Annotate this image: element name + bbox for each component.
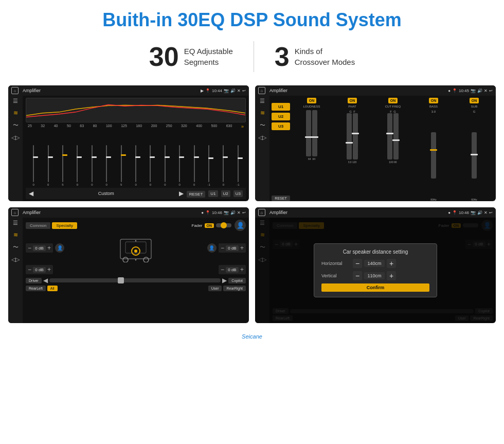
rear-right-btn[interactable]: RearRight	[223, 286, 246, 291]
minus-3[interactable]: −	[28, 266, 31, 273]
rear-left-btn[interactable]: RearLeft	[26, 286, 46, 291]
right-arrow-icon[interactable]: ▶	[222, 277, 227, 284]
eq-slider-3[interactable]: 5	[56, 145, 69, 186]
eq-slider-5[interactable]: 0	[85, 145, 99, 186]
volume-icon-3: 🔊	[230, 210, 236, 215]
col-cutfreq: ON CUT FREQ F G 100 90	[373, 98, 412, 201]
plus-3[interactable]: +	[47, 266, 51, 273]
minus-4[interactable]: −	[221, 266, 224, 273]
home-icon-4[interactable]: ⌂	[258, 209, 265, 216]
side-eq-icon-3[interactable]: ≋	[13, 232, 18, 238]
eq-slider-8[interactable]: 0	[129, 145, 142, 186]
prev-button[interactable]: ◀	[29, 190, 33, 197]
fader-track[interactable]	[216, 223, 231, 227]
camera-icon: 📷	[224, 88, 229, 93]
screen1-status-bar: ⌂ Amplifier ▶ 📍 10:44 📷 🔊 ✕ ↩	[8, 85, 249, 96]
copilot-btn[interactable]: Copilot	[228, 278, 246, 283]
vertical-minus[interactable]: −	[353, 271, 362, 280]
side-vol-icon-3[interactable]: ◁▷	[11, 256, 20, 263]
vertical-row: Vertical − 110cm +	[321, 271, 429, 280]
u3-btn[interactable]: U3	[272, 122, 290, 130]
person-icon[interactable]: 👤	[235, 220, 246, 231]
slider-bar[interactable]	[49, 278, 221, 282]
screen2-reset[interactable]: RESET	[272, 196, 290, 201]
eq-slider-7[interactable]: 5	[114, 145, 128, 186]
plus-2[interactable]: +	[240, 244, 244, 252]
x-icon-2: ✕	[484, 88, 488, 93]
minus-2[interactable]: −	[221, 244, 224, 252]
db-ctrl-3: − 0 dB +	[26, 265, 53, 274]
screen1-main: 2532405063 80100125160200 25032040050063…	[8, 96, 249, 201]
horizontal-minus[interactable]: −	[353, 259, 362, 268]
u2-button[interactable]: U2	[221, 190, 230, 197]
eq-slider-9[interactable]: 0	[143, 145, 157, 186]
home-icon-2[interactable]: ⌂	[258, 87, 265, 94]
u3-button[interactable]: U3	[233, 190, 243, 197]
eq-slider-4[interactable]: 0	[70, 145, 84, 186]
plus-1[interactable]: +	[47, 244, 51, 252]
vertical-value: 110cm	[364, 272, 385, 279]
volume-icon: 🔊	[230, 88, 236, 93]
fader-on-badge[interactable]: ON	[205, 223, 214, 228]
eq-slider-12[interactable]: 0	[187, 145, 201, 186]
horizontal-plus[interactable]: +	[387, 259, 396, 268]
volume-icon-4: 🔊	[477, 210, 482, 215]
side-wave-icon-3[interactable]: 〜	[13, 243, 19, 251]
tab-specialty-3[interactable]: Specialty	[52, 222, 77, 229]
cutfreq-on[interactable]: ON	[388, 98, 398, 103]
eq-slider-13[interactable]: -1	[202, 145, 215, 186]
user-btn[interactable]: User	[208, 286, 222, 291]
confirm-button[interactable]: Confirm	[321, 283, 429, 292]
eq-slider-15[interactable]: -1	[231, 145, 245, 186]
eq-slider-10[interactable]: 0	[158, 145, 172, 186]
driver-btn[interactable]: Driver	[26, 278, 42, 283]
screen1-side-icons: ☰ ≋ 〜 ◁▷	[8, 96, 23, 201]
sub-on[interactable]: ON	[470, 98, 479, 103]
eq-graph	[26, 98, 246, 122]
side-wave-icon-2[interactable]: 〜	[260, 121, 265, 129]
minus-1[interactable]: −	[28, 244, 31, 252]
pin-icon-2: 📍	[452, 88, 457, 93]
left-arrow-icon[interactable]: ◀	[43, 277, 48, 284]
all-btn[interactable]: All	[47, 286, 58, 291]
side-menu-icon[interactable]: ☰	[13, 98, 18, 104]
side-wave-icon[interactable]: 〜	[13, 121, 19, 129]
phat-on[interactable]: ON	[348, 98, 357, 103]
bass-on[interactable]: ON	[429, 98, 439, 103]
speaker-buttons-row1: Driver ◀ ▶ Copilot	[26, 277, 246, 284]
vertical-plus[interactable]: +	[387, 271, 396, 280]
side-eq-icon-2[interactable]: ≋	[260, 110, 265, 116]
svg-text:▼: ▼	[135, 258, 137, 261]
side-vol-icon[interactable]: ◁▷	[11, 134, 20, 141]
screen2-crossover: ⌂ Amplifier ● 📍 10:45 📷 🔊 ✕ ↩ ☰ ≋ 〜 ◁▷ U…	[255, 85, 496, 201]
reset-button[interactable]: RESET	[187, 191, 206, 198]
home-icon[interactable]: ⌂	[11, 87, 19, 94]
u1-button[interactable]: U1	[208, 190, 218, 197]
tab-common-3[interactable]: Common	[26, 222, 50, 229]
plus-4[interactable]: +	[240, 266, 244, 273]
play-icon: ▶	[201, 88, 204, 93]
home-icon-3[interactable]: ⌂	[11, 209, 19, 216]
side-menu-icon-3[interactable]: ☰	[13, 220, 18, 226]
side-menu-icon-2[interactable]: ☰	[260, 98, 265, 104]
screen3-main: Common Specialty Fader ON 👤 −	[8, 218, 249, 323]
loudness-on[interactable]: ON	[307, 98, 317, 103]
side-vol-icon-2[interactable]: ◁▷	[258, 134, 266, 141]
vertical-label: Vertical	[321, 273, 350, 278]
u1-btn[interactable]: U1	[272, 103, 290, 111]
eq-slider-6[interactable]: 0	[100, 145, 113, 186]
eq-slider-2[interactable]: 0	[41, 145, 55, 186]
back-icon-3: ↩	[242, 210, 246, 215]
eq-stat: 30 EQ Adjustable Segments	[129, 41, 254, 72]
x-icon: ✕	[237, 88, 241, 93]
screen2-app-title: Amplifier	[269, 88, 446, 93]
horizontal-row: Horizontal − 140cm +	[321, 259, 429, 268]
dot-icon-2: ●	[448, 88, 451, 93]
side-eq-icon[interactable]: ≋	[13, 110, 18, 116]
next-button[interactable]: ▶	[179, 190, 184, 197]
eq-slider-1[interactable]: 0	[27, 145, 40, 186]
eq-slider-11[interactable]: 0	[173, 145, 186, 186]
eq-slider-14[interactable]: 0	[217, 145, 230, 186]
col-bass: ON BASS 3.0 80Hz	[414, 98, 453, 201]
u2-btn[interactable]: U2	[272, 113, 290, 120]
